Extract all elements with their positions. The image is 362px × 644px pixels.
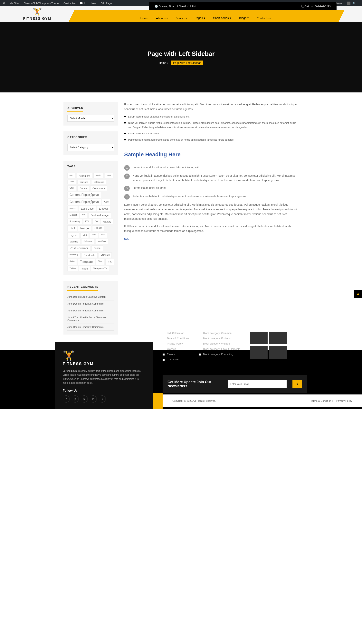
comment-author[interactable]: Jane Doe bbox=[68, 302, 78, 305]
email-input[interactable] bbox=[228, 380, 286, 388]
bullet-list: Lorem ipsum dolor sit amet, consectetur … bbox=[124, 114, 298, 142]
nav-pages[interactable]: Pages ▾ bbox=[194, 16, 205, 20]
recent-post-item[interactable]: Block category: Widgets bbox=[199, 342, 240, 345]
tag-link[interactable]: Formatting bbox=[68, 219, 82, 224]
categories-title: CATEGORIES bbox=[68, 136, 87, 141]
tag-link[interactable]: Image bbox=[78, 226, 91, 231]
gallery-thumb[interactable] bbox=[269, 346, 287, 359]
tag-link[interactable]: Title bbox=[106, 259, 114, 265]
comment-post[interactable]: Template: Comments bbox=[81, 309, 104, 312]
tag-link[interactable]: Love bbox=[99, 232, 107, 238]
copyright: Copyright © 2022.All Rights Reserved. Te… bbox=[162, 394, 362, 407]
tag-link[interactable]: Template bbox=[78, 259, 95, 265]
nav-services[interactable]: Services bbox=[176, 16, 187, 20]
tag-link[interactable]: Twitter bbox=[68, 266, 78, 271]
tag-link[interactable]: Markup bbox=[68, 239, 80, 244]
intro-text: Fusce Lorem ipsum dolor sit amet, consec… bbox=[124, 102, 298, 112]
tag-link[interactable]: Alignment bbox=[76, 173, 92, 178]
submit-button[interactable]: ➤ bbox=[292, 380, 302, 388]
instagram-icon[interactable]: ◉ bbox=[81, 396, 88, 402]
nav-contact[interactable]: Contact us bbox=[256, 16, 271, 20]
tag-link[interactable]: Html bbox=[68, 226, 77, 231]
tag-link[interactable]: FTW bbox=[83, 219, 92, 224]
customize-link[interactable]: Customize bbox=[64, 2, 76, 5]
tag-link[interactable]: Content Περιεχόμενο bbox=[68, 192, 101, 198]
nav-shortcodes[interactable]: Short codes ▾ bbox=[213, 16, 231, 20]
gallery-thumb[interactable] bbox=[250, 346, 268, 359]
tag-link[interactable]: Quote bbox=[92, 246, 103, 251]
tag-link[interactable]: Captions bbox=[78, 180, 90, 184]
tag-link[interactable]: Articles bbox=[94, 173, 104, 178]
tag-link[interactable]: Embeds bbox=[97, 206, 111, 211]
tag-link[interactable]: Chat bbox=[68, 186, 76, 191]
tag-link[interactable]: Video bbox=[79, 266, 90, 271]
recent-post-item[interactable]: Block category: Common bbox=[199, 332, 240, 334]
recent-post-item[interactable]: Block category: Layout Elements bbox=[199, 348, 240, 350]
tag-link[interactable]: Jetpack bbox=[92, 226, 104, 231]
quick-link-item[interactable]: Classes bbox=[162, 348, 189, 350]
tag-link[interactable]: Codex bbox=[78, 186, 89, 191]
tag-link[interactable]: Must Read bbox=[96, 239, 108, 244]
tag-link[interactable]: Wordpress.Tv bbox=[91, 266, 109, 271]
bullet-item: Nunc vel ligula in augue tristique pelle… bbox=[124, 121, 298, 130]
tags-widget: TAGS 8BITAlignmentArticlesAsideAudioCapt… bbox=[64, 160, 118, 275]
my-sites[interactable]: My Sites bbox=[10, 2, 20, 5]
tag-link[interactable]: Css bbox=[102, 199, 111, 205]
quick-link-item[interactable]: Privacy Policy bbox=[162, 342, 189, 345]
tag-link[interactable]: Excerpt bbox=[68, 212, 79, 218]
tag-link[interactable]: Gallery bbox=[101, 219, 114, 224]
tag-link[interactable]: Link bbox=[80, 232, 89, 238]
edit-link[interactable]: Edit bbox=[124, 237, 128, 240]
tag-link[interactable]: 8BIT bbox=[68, 173, 76, 178]
tag-link[interactable]: Post Formats bbox=[68, 246, 90, 251]
logo[interactable]: 🏋 FITNESS GYM bbox=[0, 6, 74, 23]
tag-link[interactable]: Comments bbox=[90, 186, 107, 191]
quick-link-item[interactable]: Terms & Conditions bbox=[162, 337, 189, 340]
header: 🏋 FITNESS GYM 🕐 Opening Time : 8.00 AM -… bbox=[0, 6, 362, 22]
tag-link[interactable]: Tiled bbox=[96, 259, 104, 265]
tag-link[interactable]: Edge Case bbox=[79, 206, 96, 211]
site-name[interactable]: Fitness Club Wordpress Theme bbox=[24, 2, 59, 5]
terms-link[interactable]: Terms & Condition bbox=[310, 399, 331, 402]
gallery-thumb[interactable] bbox=[269, 332, 287, 344]
tag-link[interactable]: Content Περιεχόμενο bbox=[68, 199, 101, 205]
tag-link[interactable]: Audio bbox=[68, 180, 76, 184]
comment-author[interactable]: John Doe bbox=[68, 309, 78, 312]
breadcrumb-home[interactable]: Home bbox=[159, 61, 166, 64]
nav-home[interactable]: Home bbox=[140, 16, 148, 20]
wp-logo[interactable]: ⚙ bbox=[3, 2, 5, 5]
tag-link[interactable]: Lists bbox=[90, 232, 98, 238]
tag-link[interactable]: Fun bbox=[92, 219, 100, 224]
gallery-thumb[interactable] bbox=[250, 332, 268, 344]
tag-link[interactable]: Layout bbox=[68, 232, 79, 238]
categories-select[interactable]: Select Category bbox=[68, 144, 114, 151]
privacy-link[interactable]: Privacy Policy bbox=[336, 399, 352, 402]
tag-link[interactable]: Standard bbox=[99, 252, 112, 258]
twitter-icon[interactable]: 𝕏 bbox=[99, 396, 106, 402]
archives-select[interactable]: Select Month bbox=[68, 115, 114, 122]
tag-link[interactable]: Featured Image bbox=[88, 212, 111, 218]
tag-link[interactable]: Categories bbox=[91, 180, 106, 184]
tag-link[interactable]: Mothership bbox=[81, 239, 94, 244]
quick-link-item[interactable]: Contact us bbox=[162, 358, 189, 361]
quick-link-item[interactable]: BMI Calculator bbox=[162, 332, 189, 334]
tag-link[interactable]: Dowork bbox=[68, 206, 78, 211]
recent-post-item[interactable]: Block category: Embeds bbox=[199, 337, 240, 340]
pinterest-icon[interactable]: p bbox=[72, 396, 79, 402]
facebook-icon[interactable]: f bbox=[63, 396, 70, 402]
tag-link[interactable]: Shortcode bbox=[82, 252, 98, 258]
nav-about[interactable]: About us bbox=[156, 16, 168, 20]
tag-link[interactable]: Fail bbox=[80, 212, 87, 218]
linkedin-icon[interactable]: in bbox=[90, 396, 97, 402]
comment-author[interactable]: John Doe bbox=[68, 296, 78, 298]
comment-post[interactable]: Edge Case: No Content bbox=[81, 296, 106, 298]
quick-link-item[interactable]: Events bbox=[162, 353, 189, 356]
comment-post[interactable]: Template: Comments bbox=[81, 302, 104, 305]
tag-link[interactable]: Aside bbox=[104, 173, 114, 178]
scroll-top-button[interactable]: ▲ bbox=[354, 290, 362, 298]
nav-blogs[interactable]: Blogs ▾ bbox=[239, 16, 249, 20]
tag-link[interactable]: Status bbox=[68, 259, 77, 265]
recent-post-item[interactable]: Block category: Formatting bbox=[199, 353, 240, 356]
comment-item: Jane Doe on Template: Comments bbox=[68, 300, 114, 307]
tag-link[interactable]: Readability bbox=[68, 252, 80, 258]
